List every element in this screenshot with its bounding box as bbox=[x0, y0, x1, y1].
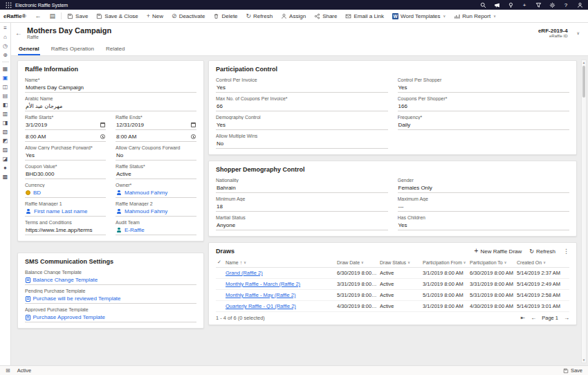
name-field[interactable]: Mothers Day Campaign bbox=[25, 84, 196, 93]
gear-icon[interactable] bbox=[549, 1, 555, 8]
tab-raffles-operation[interactable]: Raffles Operation bbox=[50, 43, 95, 55]
marital-status-field[interactable]: Anyone bbox=[216, 221, 388, 230]
sidebar-icon-3[interactable]: ◫ bbox=[3, 84, 8, 90]
form-back-button[interactable]: ← bbox=[15, 29, 22, 37]
draw-name-link[interactable]: Monthly Raffle - March (Raffle 2) bbox=[226, 281, 337, 287]
lightbulb-icon[interactable] bbox=[507, 1, 514, 8]
clock-icon[interactable] bbox=[100, 134, 105, 139]
balance-template-field[interactable]: Balance Change Template bbox=[25, 276, 196, 285]
scroll-down-icon[interactable]: ▾ bbox=[583, 358, 585, 363]
sidebar-icon-2[interactable]: ▣ bbox=[3, 75, 8, 81]
expand-footer-icon[interactable]: ⊞ bbox=[6, 367, 10, 374]
app-logo[interactable]: eRaffle® bbox=[0, 13, 31, 19]
sidebar-icon-12[interactable]: ● bbox=[3, 165, 7, 171]
column-header-name[interactable]: Name↑∨ bbox=[226, 260, 337, 265]
coupon-value-field[interactable]: BHD30.000 bbox=[25, 170, 106, 179]
column-header-participation-from[interactable]: Participation From∨ bbox=[423, 260, 470, 265]
assign-button[interactable]: Assign bbox=[277, 10, 310, 22]
delete-button[interactable]: Delete bbox=[209, 10, 241, 22]
save-close-button[interactable]: Save & Close bbox=[92, 10, 142, 22]
next-page-icon[interactable]: → bbox=[564, 315, 569, 321]
search-icon[interactable] bbox=[479, 1, 486, 8]
sidebar-icon-11[interactable]: ◪ bbox=[3, 156, 8, 162]
max-coupons-invoice-field[interactable]: 66 bbox=[216, 102, 388, 111]
word-templates-button[interactable]: WWord Templates∨ bbox=[388, 10, 450, 22]
plus-icon[interactable]: + bbox=[521, 1, 528, 8]
deactivate-button[interactable]: ⊘Deactivate bbox=[167, 10, 209, 22]
megaphone-icon[interactable] bbox=[493, 1, 500, 8]
tab-general[interactable]: General bbox=[18, 43, 40, 55]
sidebar-icon-8[interactable]: ▧ bbox=[3, 129, 8, 135]
sidebar-icon-4[interactable]: ▤ bbox=[3, 93, 8, 99]
save-button[interactable]: Save bbox=[63, 10, 92, 22]
user-icon[interactable] bbox=[576, 1, 583, 8]
sidebar-icon-6[interactable]: ▥ bbox=[3, 111, 8, 117]
draw-table-row[interactable]: Monthly Raffle - May (Raffle 2) 5/31/201… bbox=[216, 290, 569, 301]
help-icon[interactable]: ? bbox=[562, 1, 569, 8]
email-link-button[interactable]: Email a Link bbox=[341, 10, 388, 22]
raffle-ends-time-field[interactable]: 8:00 AM bbox=[116, 133, 196, 142]
vertical-scrollbar[interactable]: ▴ ▾ bbox=[581, 60, 587, 363]
control-per-shopper-field[interactable]: Yes bbox=[398, 84, 570, 93]
column-header-draw-date[interactable]: Draw Date∨ bbox=[337, 260, 380, 265]
calendar-icon[interactable] bbox=[191, 122, 196, 127]
minimum-age-field[interactable]: 18 bbox=[216, 203, 388, 212]
draw-name-link[interactable]: Grand (Raffle 2) bbox=[226, 270, 337, 276]
first-page-icon[interactable]: ⇤ bbox=[521, 315, 526, 321]
new-raffle-draw-button[interactable]: +New Raffle Draw bbox=[475, 248, 522, 255]
sidebar-icon-1[interactable]: ▦ bbox=[3, 66, 8, 72]
recent-icon[interactable]: ◷ bbox=[3, 43, 8, 49]
clock-icon[interactable] bbox=[191, 134, 196, 139]
draw-table-row[interactable]: Quarterly Raffle - Q1 (Raffle 2) 4/30/20… bbox=[216, 301, 569, 312]
control-per-invoice-field[interactable]: Yes bbox=[216, 84, 388, 93]
multiple-wins-field[interactable]: No bbox=[216, 140, 388, 149]
run-report-button[interactable]: Run Report∨ bbox=[450, 10, 500, 22]
currency-field[interactable]: BD bbox=[25, 189, 106, 198]
home-icon[interactable]: ⌂ bbox=[3, 34, 7, 40]
raffle-starts-date-field[interactable]: 3/1/2019 bbox=[25, 121, 106, 130]
sidebar-icon-13[interactable]: ▩ bbox=[3, 174, 8, 180]
has-children-field[interactable]: Yes bbox=[398, 221, 570, 230]
pinned-icon[interactable]: ⊕ bbox=[3, 52, 8, 58]
board-button[interactable]: ▤ bbox=[46, 10, 60, 22]
statusbar-save-button[interactable]: Save bbox=[563, 367, 582, 374]
header-collapse-chevron-icon[interactable]: ∨ bbox=[577, 30, 580, 35]
sidebar-icon-5[interactable]: ◧ bbox=[3, 102, 8, 108]
filter-icon[interactable] bbox=[535, 1, 542, 8]
frequency-field[interactable]: Daily bbox=[398, 121, 570, 130]
audit-team-field[interactable]: E-Raffle bbox=[116, 226, 196, 235]
sidebar-icon-10[interactable]: ▨ bbox=[3, 147, 8, 153]
approved-template-field[interactable]: Purchase Approved Template bbox=[25, 313, 196, 322]
nationality-field[interactable]: Bahrain bbox=[216, 184, 388, 193]
owner-field[interactable]: Mahmoud Fahmy bbox=[116, 189, 196, 198]
raffle-ends-date-field[interactable]: 12/31/2019 bbox=[116, 121, 196, 130]
waffle-icon[interactable] bbox=[5, 1, 12, 8]
raffle-status-field[interactable]: Active bbox=[116, 170, 196, 179]
grid-refresh-button[interactable]: ↻Refresh bbox=[529, 248, 555, 255]
sidebar-icon-9[interactable]: ◩ bbox=[3, 138, 8, 144]
manager1-field[interactable]: First name Last name bbox=[25, 208, 106, 217]
column-header-participation-to[interactable]: Participation To∨ bbox=[470, 260, 517, 265]
pending-template-field[interactable]: Purchase will be reviewed Template bbox=[25, 295, 196, 304]
gender-field[interactable]: Females Only bbox=[398, 184, 570, 193]
new-button[interactable]: +New bbox=[143, 10, 167, 22]
refresh-button[interactable]: ↻Refresh bbox=[242, 10, 277, 22]
select-all-checkbox[interactable]: ✓ bbox=[216, 259, 226, 265]
carry-coupons-field[interactable]: No bbox=[116, 152, 196, 161]
terms-field[interactable]: https://www.1me.app/terms bbox=[25, 226, 106, 235]
column-header-created-on[interactable]: Created On∨ bbox=[517, 260, 569, 265]
scrollbar-thumb[interactable] bbox=[582, 66, 585, 98]
menu-icon[interactable]: ≡ bbox=[3, 25, 7, 31]
raffle-starts-time-field[interactable]: 8:00 AM bbox=[25, 133, 106, 142]
tab-related[interactable]: Related bbox=[105, 43, 126, 55]
manager2-field[interactable]: Mahmoud Fahmy bbox=[116, 208, 196, 217]
column-header-draw-status[interactable]: Draw Status∨ bbox=[380, 260, 423, 265]
demography-control-field[interactable]: Yes bbox=[216, 121, 388, 130]
draw-table-row[interactable]: Monthly Raffle - March (Raffle 2) 3/31/2… bbox=[216, 279, 569, 290]
previous-page-icon[interactable]: ← bbox=[531, 315, 536, 321]
draw-name-link[interactable]: Quarterly Raffle - Q1 (Raffle 2) bbox=[226, 303, 337, 309]
scroll-up-icon[interactable]: ▴ bbox=[583, 60, 585, 65]
draw-name-link[interactable]: Monthly Raffle - May (Raffle 2) bbox=[226, 292, 337, 298]
more-commands-icon[interactable]: ⋮ bbox=[563, 248, 569, 255]
share-button[interactable]: Share bbox=[310, 10, 341, 22]
